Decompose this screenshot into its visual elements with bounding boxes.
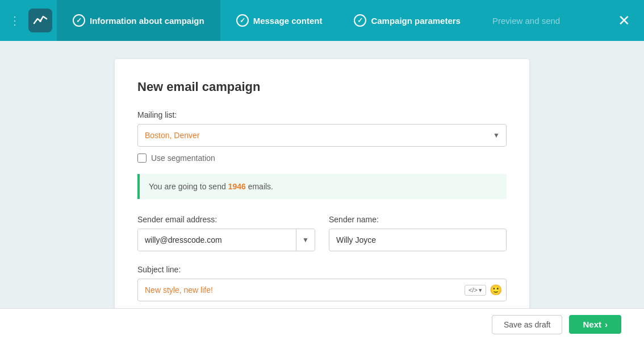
sender-name-label: Sender name: <box>329 215 507 224</box>
save-draft-button[interactable]: Save as draft <box>492 315 563 334</box>
top-navigation: ⋮ ✓ Information about campaign ✓ Message… <box>0 0 644 41</box>
subject-emoji-button[interactable]: 🙂 <box>490 284 502 296</box>
svg-point-0 <box>39 20 41 22</box>
sender-email-select[interactable]: willy@dresscode.com info@dresscode.com <box>138 229 296 251</box>
sender-name-group: Sender name: <box>329 215 507 251</box>
sender-email-select-wrapper: willy@dresscode.com info@dresscode.com ▼ <box>137 229 315 251</box>
sender-fields-row: Sender email address: willy@dresscode.co… <box>137 215 507 251</box>
mailing-list-select-wrapper: Boston, Denver New York Chicago ▼ <box>137 124 507 147</box>
subject-line-icons: </> ▾ 🙂 <box>465 284 502 296</box>
step-info[interactable]: ✓ Information about campaign <box>57 0 220 41</box>
content-area: New email campaign Mailing list: Boston,… <box>0 41 644 340</box>
wizard-steps: ✓ Information about campaign ✓ Message c… <box>57 0 613 41</box>
next-label: Next <box>583 320 601 329</box>
subject-line-input[interactable] <box>137 279 507 301</box>
code-dropdown-icon: ▾ <box>479 287 482 294</box>
segmentation-row: Use segmentation <box>137 154 507 163</box>
form-card: New email campaign Mailing list: Boston,… <box>115 59 529 324</box>
step-preview-label: Preview and send <box>492 16 560 26</box>
step-params[interactable]: ✓ Campaign parameters <box>338 0 476 41</box>
bottom-bar: Save as draft Next › <box>0 308 644 340</box>
segmentation-label[interactable]: Use segmentation <box>151 154 215 163</box>
step-preview: Preview and send <box>476 0 576 41</box>
info-text-pre: You are going to send <box>149 182 228 191</box>
step-info-label: Information about campaign <box>90 16 204 26</box>
step-message[interactable]: ✓ Message content <box>220 0 338 41</box>
sender-email-group: Sender email address: willy@dresscode.co… <box>137 215 315 251</box>
segmentation-checkbox[interactable] <box>137 154 147 163</box>
step-message-check: ✓ <box>236 14 249 27</box>
subject-code-button[interactable]: </> ▾ <box>465 285 486 296</box>
page-title: New email campaign <box>137 80 507 94</box>
sender-name-input[interactable] <box>329 229 507 251</box>
subject-line-label: Subject line: <box>137 265 507 274</box>
mailing-list-label: Mailing list: <box>137 110 507 119</box>
subject-line-wrapper: </> ▾ 🙂 <box>137 279 507 301</box>
step-params-check: ✓ <box>354 14 366 27</box>
sender-email-label: Sender email address: <box>137 215 315 224</box>
step-params-label: Campaign parameters <box>371 16 461 26</box>
mailing-list-select[interactable]: Boston, Denver New York Chicago <box>137 124 507 147</box>
code-icon: </> <box>469 287 478 293</box>
info-text-post: emails. <box>246 182 273 191</box>
step-message-label: Message content <box>253 16 323 26</box>
send-info-banner: You are going to send 1946 emails. <box>137 174 507 199</box>
email-count: 1946 <box>228 182 246 191</box>
subject-line-group: Subject line: </> ▾ 🙂 <box>137 265 507 301</box>
step-info-check: ✓ <box>73 14 85 27</box>
app-menu-dots[interactable]: ⋮ <box>9 14 22 27</box>
sender-email-arrow-icon: ▼ <box>296 229 315 251</box>
next-arrow-icon: › <box>605 320 608 329</box>
app-logo[interactable] <box>28 9 52 32</box>
next-button[interactable]: Next › <box>569 315 621 334</box>
close-button[interactable]: ✕ <box>613 9 635 32</box>
